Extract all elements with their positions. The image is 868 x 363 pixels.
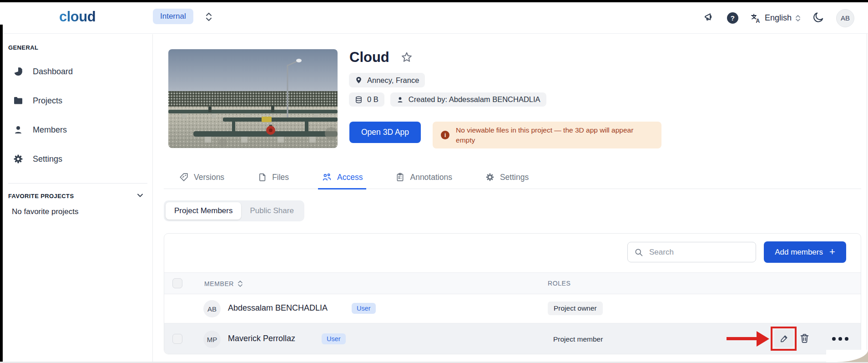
app-logo[interactable]: cloud <box>59 9 96 25</box>
sidebar-item-members[interactable]: Members <box>13 124 67 135</box>
sidebar: GENERAL Dashboard Projects Members <box>3 34 153 363</box>
search-input[interactable] <box>649 248 740 257</box>
search-icon <box>634 248 643 257</box>
select-all-checkbox[interactable] <box>172 278 182 288</box>
help-icon[interactable]: ? <box>727 12 738 24</box>
location-pin-icon <box>355 76 363 85</box>
created-by-badge: Created by: Abdessalam BENCHADLIA <box>390 92 546 107</box>
project-title-row: Cloud <box>349 49 413 66</box>
sidebar-item-projects[interactable]: Projects <box>13 95 62 106</box>
workspace-selector-chevrons-icon[interactable] <box>205 11 212 24</box>
location-badge: Annecy, France <box>349 73 425 87</box>
favorite-star-icon[interactable] <box>400 51 413 64</box>
gear-icon <box>13 153 24 164</box>
file-icon <box>257 172 267 182</box>
translate-icon: A <box>750 13 761 24</box>
open-3d-app-button[interactable]: Open 3D App <box>349 122 421 143</box>
sidebar-section-favorites: FAVORITE PROJECTS <box>8 193 74 199</box>
table-header-row: MEMBER ROLES <box>164 272 861 294</box>
favorites-collapse-chevron-icon[interactable] <box>136 191 145 202</box>
access-subtabs: Project Members Public Share <box>164 200 304 221</box>
sort-chevrons-icon <box>237 280 243 288</box>
project-actions-row: Open 3D App i No viewable files in this … <box>349 122 661 148</box>
frame-right-line <box>867 2 867 362</box>
member-type-badge: User <box>352 303 376 314</box>
folder-icon <box>13 95 24 106</box>
tab-versions[interactable]: Versions <box>175 172 228 189</box>
sidebar-item-settings[interactable]: Settings <box>13 153 62 164</box>
dark-mode-icon[interactable] <box>812 11 824 25</box>
subtab-public-share[interactable]: Public Share <box>241 202 302 220</box>
annotation-arrow-shaft <box>727 337 757 340</box>
person-icon <box>396 96 404 104</box>
project-tabs: Versions Files Access Ann <box>164 168 861 189</box>
frame-left-bar <box>0 25 3 363</box>
plus-icon: + <box>829 246 835 258</box>
column-header-member[interactable]: MEMBER <box>204 280 243 288</box>
language-chevrons-icon <box>795 14 801 22</box>
member-type-badge: User <box>322 333 346 344</box>
search-box <box>627 242 756 262</box>
member-row: AB Abdessalam BENCHADLIA User Project ow… <box>164 294 861 323</box>
ellipsis-icon <box>831 336 849 342</box>
clipboard-icon <box>395 172 405 182</box>
add-members-button[interactable]: Add members + <box>764 241 846 263</box>
announcements-icon[interactable] <box>703 11 715 25</box>
access-people-icon <box>322 172 332 182</box>
sidebar-section-general: GENERAL <box>8 44 38 51</box>
delete-member-button[interactable] <box>799 332 810 346</box>
member-avatar: MP <box>203 331 221 348</box>
meta-row: 0 B Created by: Abdessalam BENCHADLIA <box>349 92 546 107</box>
svg-text:A: A <box>756 17 760 24</box>
language-selector[interactable]: A English <box>750 13 801 24</box>
project-size-badge: 0 B <box>349 92 384 107</box>
page-title: Cloud <box>349 49 389 66</box>
dashboard-icon <box>13 66 24 77</box>
gear-icon <box>485 172 495 182</box>
row-checkbox[interactable] <box>172 334 182 344</box>
tab-files[interactable]: Files <box>253 172 293 189</box>
tab-access[interactable]: Access <box>318 172 366 189</box>
person-icon <box>13 124 24 135</box>
user-avatar[interactable]: AB <box>836 9 854 27</box>
warning-banner: i No viewable files in this project — th… <box>433 122 661 148</box>
tag-icon <box>179 172 189 182</box>
info-icon: i <box>441 131 449 139</box>
annotation-highlight-rect <box>771 327 797 351</box>
tab-settings[interactable]: Settings <box>481 172 532 189</box>
language-label: English <box>765 13 792 23</box>
member-role-text: Project member <box>553 335 603 343</box>
tab-annotations[interactable]: Annotations <box>392 172 455 189</box>
warning-text: No viewable files in this project — the … <box>456 125 647 145</box>
database-icon <box>355 96 363 104</box>
app-window: cloud Internal ? A English <box>0 0 868 363</box>
member-avatar: AB <box>203 300 221 317</box>
member-role-badge: Project owner <box>548 302 603 315</box>
member-name: Maverick Perrollaz <box>228 334 295 343</box>
sidebar-item-dashboard[interactable]: Dashboard <box>13 66 73 77</box>
subtab-project-members[interactable]: Project Members <box>166 202 241 220</box>
column-header-roles: ROLES <box>548 280 570 287</box>
favorites-empty-text: No favorite projects <box>12 207 78 216</box>
sidebar-divider <box>8 183 147 184</box>
annotation-arrow-head-icon <box>757 331 769 347</box>
topbar-right-cluster: ? A English AB <box>703 2 854 34</box>
location-row: Annecy, France <box>349 73 425 87</box>
member-name: Abdessalam BENCHADLIA <box>228 303 328 313</box>
workspace-badge[interactable]: Internal <box>153 9 193 24</box>
project-thumbnail[interactable] <box>168 49 338 148</box>
trash-icon <box>799 332 810 344</box>
more-actions-button[interactable] <box>831 336 849 343</box>
topbar: cloud Internal ? A English <box>3 2 868 34</box>
